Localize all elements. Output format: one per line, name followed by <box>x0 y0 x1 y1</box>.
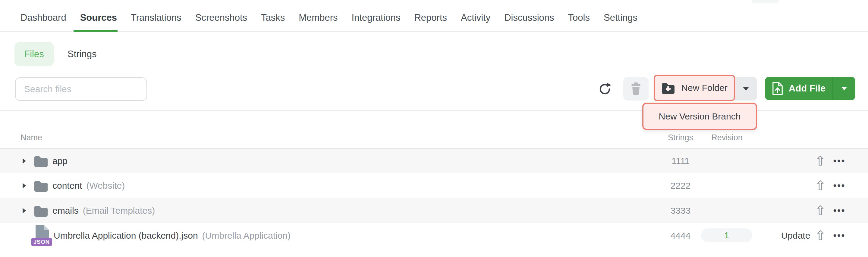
top-right-cutoff-artifact <box>752 0 779 3</box>
file-type-badge: JSON <box>31 238 52 246</box>
row-menu-icon[interactable]: ••• <box>830 223 849 248</box>
folder-icon <box>34 180 48 192</box>
file-name[interactable]: Umbrella Application (backend).json <box>54 230 198 241</box>
folder-icon <box>34 205 48 217</box>
folder-icon <box>34 155 48 167</box>
upload-icon[interactable]: ⇧ <box>811 198 830 223</box>
project-nav: Dashboard Sources Translations Screensho… <box>0 0 868 32</box>
upload-icon[interactable]: ⇧ <box>811 223 830 248</box>
upload-icon[interactable]: ⇧ <box>811 173 830 198</box>
nav-item-screenshots[interactable]: Screenshots <box>195 12 247 31</box>
strings-count: 3333 <box>650 206 711 216</box>
folder-name[interactable]: emails <box>53 206 79 216</box>
folder-name[interactable]: content <box>53 181 82 191</box>
nav-item-integrations[interactable]: Integrations <box>351 12 400 31</box>
caret-down-icon <box>841 87 847 90</box>
revision-badge[interactable]: 1 <box>701 228 752 242</box>
new-folder-label: New Folder <box>681 83 727 93</box>
column-header-name: Name <box>21 133 42 142</box>
nav-item-members[interactable]: Members <box>299 12 338 31</box>
row-menu-icon[interactable]: ••• <box>830 149 849 173</box>
tab-strings[interactable]: Strings <box>67 49 96 60</box>
caret-down-icon <box>743 87 749 90</box>
file-upload-icon <box>772 81 783 96</box>
table-row[interactable]: emails (Email Templates) 3333 ⇧ ••• <box>0 198 868 223</box>
nav-item-settings[interactable]: Settings <box>604 12 638 31</box>
folder-plus-icon <box>661 82 675 94</box>
chevron-right-icon[interactable] <box>22 158 27 164</box>
view-tabs: Files Strings <box>14 42 96 66</box>
table-row[interactable]: JSON Umbrella Application (backend).json… <box>0 223 868 248</box>
delete-button[interactable] <box>623 77 649 101</box>
nav-item-discussions[interactable]: Discussions <box>504 12 554 31</box>
add-file-dropdown-toggle[interactable] <box>833 77 855 100</box>
chevron-right-icon[interactable] <box>22 182 27 189</box>
file-note: (Umbrella Application) <box>202 230 290 241</box>
strings-count: 2222 <box>650 181 711 191</box>
nav-item-translations[interactable]: Translations <box>131 12 181 31</box>
table-header: Name Strings Revision <box>0 131 868 148</box>
trash-icon <box>630 82 641 95</box>
new-folder-button[interactable]: New Folder <box>654 75 735 101</box>
nav-item-tools[interactable]: Tools <box>568 12 590 31</box>
tab-files[interactable]: Files <box>14 42 54 66</box>
sources-files-page: Dashboard Sources Translations Screensho… <box>0 0 868 257</box>
folder-name[interactable]: app <box>53 156 67 166</box>
column-header-revision: Revision <box>697 133 757 142</box>
nav-item-sources[interactable]: Sources <box>80 12 117 31</box>
row-menu-icon[interactable]: ••• <box>830 173 849 198</box>
search-input[interactable] <box>15 77 147 101</box>
table-row[interactable]: content (Website) 2222 ⇧ ••• <box>0 173 868 198</box>
table-row[interactable]: app 1111 ⇧ ••• <box>0 148 868 173</box>
nav-item-tasks[interactable]: Tasks <box>261 12 285 31</box>
row-menu-icon[interactable]: ••• <box>830 198 849 223</box>
menu-item-new-version-branch[interactable]: New Version Branch <box>642 103 757 130</box>
folder-note: (Website) <box>86 181 125 191</box>
file-tree: app 1111 ⇧ ••• content (Website) 2222 ⇧ … <box>0 148 868 248</box>
nav-item-reports[interactable]: Reports <box>414 12 447 31</box>
nav-item-dashboard[interactable]: Dashboard <box>21 12 66 31</box>
add-file-label: Add File <box>789 83 826 94</box>
json-file-icon: JSON <box>31 225 51 246</box>
chevron-right-icon[interactable] <box>22 207 27 214</box>
folder-note: (Email Templates) <box>83 206 155 216</box>
upload-icon[interactable]: ⇧ <box>811 149 830 173</box>
refresh-icon <box>598 81 612 96</box>
add-file-button[interactable]: Add File <box>765 77 855 100</box>
strings-count: 1111 <box>650 156 711 166</box>
new-folder-dropdown-toggle[interactable] <box>735 77 757 101</box>
refresh-button[interactable] <box>597 81 613 97</box>
nav-item-activity[interactable]: Activity <box>461 12 490 31</box>
